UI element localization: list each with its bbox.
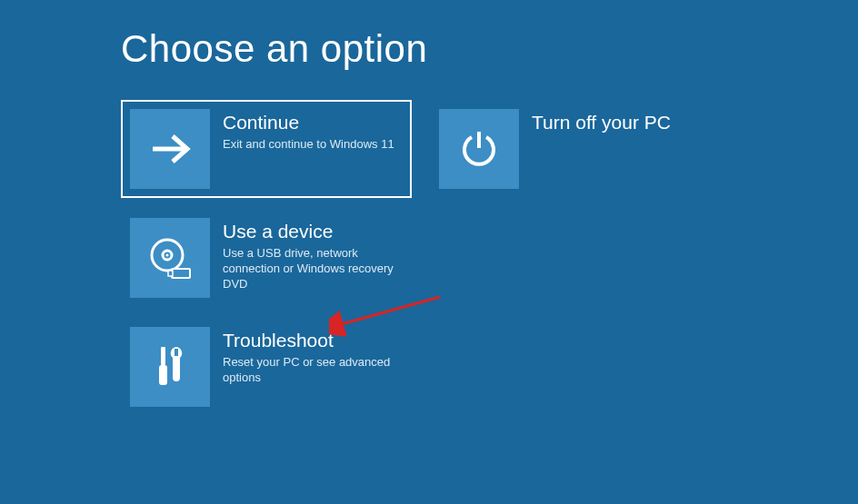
usedevice-title: Use a device	[223, 220, 401, 242]
continue-desc: Exit and continue to Windows 11	[223, 137, 394, 153]
svg-rect-7	[161, 347, 165, 365]
troubleshoot-desc: Reset your PC or see advanced options	[223, 355, 401, 386]
tools-icon	[130, 327, 210, 407]
usedevice-desc: Use a USB drive, network connection or W…	[223, 246, 401, 292]
disc-usb-icon	[130, 218, 210, 298]
troubleshoot-tile[interactable]: Troubleshoot Reset your PC or see advanc…	[121, 318, 412, 416]
continue-tile[interactable]: Continue Exit and continue to Windows 11	[121, 100, 412, 198]
svg-point-4	[166, 254, 169, 257]
troubleshoot-title: Troubleshoot	[223, 329, 401, 351]
page-title: Choose an option	[121, 27, 740, 71]
turnoff-title: Turn off your PC	[532, 111, 671, 133]
arrow-right-icon	[130, 109, 210, 189]
continue-title: Continue	[223, 111, 394, 133]
svg-rect-8	[159, 365, 167, 385]
svg-rect-5	[172, 269, 190, 278]
svg-rect-6	[168, 271, 173, 276]
usedevice-tile[interactable]: Use a device Use a USB drive, network co…	[121, 209, 412, 307]
turnoff-tile[interactable]: Turn off your PC	[430, 100, 721, 198]
power-icon	[439, 109, 519, 189]
options-grid: Continue Exit and continue to Windows 11…	[121, 100, 740, 416]
grid-spacer	[430, 209, 721, 307]
